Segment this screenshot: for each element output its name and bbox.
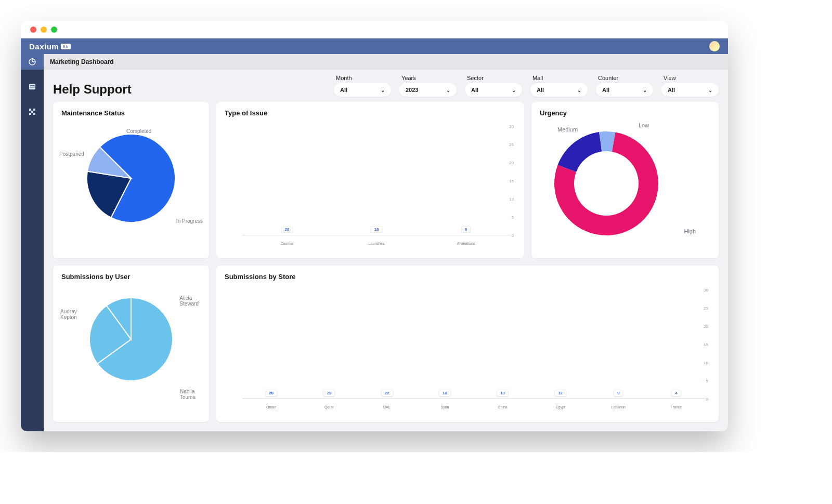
card-type-of-issue: Type of Issue 051015202530 28 Counter 18… <box>216 102 524 258</box>
window-close-button[interactable] <box>30 26 36 33</box>
filter-mall: Mall All ⌄ <box>530 75 588 97</box>
filter-select-month[interactable]: All ⌄ <box>334 83 391 97</box>
legend-alicia: AliciaSteward <box>179 295 199 307</box>
bar-value-label: 12 <box>554 390 566 396</box>
brand-suffix-badge: Air <box>61 44 71 49</box>
bar-value-label: 22 <box>381 390 393 396</box>
filter-years: Years 2023 ⌄ <box>399 75 457 97</box>
bar-value-label: 23 <box>323 390 335 396</box>
pie-chart-icon <box>28 58 36 66</box>
y-tick: 0 <box>706 397 708 402</box>
y-tick: 5 <box>706 379 708 383</box>
nav-item-tables[interactable] <box>21 79 44 95</box>
chevron-down-icon: ⌄ <box>512 87 516 93</box>
bar-value-label: 28 <box>281 226 293 233</box>
svg-rect-6 <box>33 113 35 115</box>
legend-postpaned: Postpaned <box>59 151 84 157</box>
page-title: Help Support <box>53 75 132 97</box>
mac-titlebar <box>21 21 728 38</box>
x-tick-label: France <box>647 405 705 409</box>
x-tick-label: Oman <box>242 405 300 409</box>
user-avatar[interactable] <box>709 41 720 51</box>
legend-nabila: NabilaTouma <box>180 389 196 400</box>
bar-value-label: 8 <box>461 226 471 233</box>
filter-value-view: All <box>668 87 675 93</box>
bar-value-label: 28 <box>265 390 277 396</box>
x-tick-label: Syria <box>416 405 474 409</box>
x-tick-label: China <box>474 405 531 409</box>
chart-submissions-by-store: 051015202530 28 Oman 23 Qatar 22 UAE 16 … <box>225 285 710 415</box>
filter-label-mall: Mall <box>530 75 588 81</box>
svg-rect-3 <box>29 109 31 111</box>
x-tick-label: Lebanon <box>590 405 647 409</box>
y-tick: 5 <box>512 215 514 220</box>
brand-bar: Daxium Air <box>21 38 728 54</box>
chart-submissions-by-user: NabilaTouma AudrayKepton AliciaSteward <box>61 285 201 409</box>
y-tick: 0 <box>512 233 514 238</box>
card-submissions-by-user: Submissions by User NabilaTouma AudrayKe… <box>53 266 209 422</box>
grid-icon <box>28 108 36 116</box>
legend-audray: AudrayKepton <box>60 309 77 320</box>
filter-label-view: View <box>661 75 719 81</box>
filter-bar: Month All ⌄ Years 2023 ⌄ Sector All ⌄ Ma… <box>334 75 719 97</box>
filter-select-view[interactable]: All ⌄ <box>661 83 719 97</box>
card-title: Maintenance Status <box>61 109 201 117</box>
legend-high: High <box>684 228 696 234</box>
chevron-down-icon: ⌄ <box>577 87 581 93</box>
nav-item-dashboards[interactable] <box>21 54 44 70</box>
filter-view: View All ⌄ <box>661 75 719 97</box>
table-icon <box>28 83 36 91</box>
filter-value-sector: All <box>471 87 478 93</box>
x-tick-label: Launches <box>332 242 421 245</box>
chart-urgency: High Medium Low <box>540 121 710 251</box>
filter-month: Month All ⌄ <box>334 75 391 97</box>
nav-item-apps[interactable] <box>21 104 44 120</box>
tab-marketing-dashboard[interactable]: Marketing Dashboard <box>50 58 114 65</box>
x-tick-label: Egypt <box>531 405 589 409</box>
svg-rect-1 <box>30 85 34 86</box>
main-area: Marketing Dashboard Help Support Month A… <box>44 54 728 431</box>
bar-value-label: 13 <box>497 390 509 396</box>
card-title: Submissions by Store <box>225 273 710 281</box>
x-tick-label: UAE <box>358 405 416 409</box>
app-window: Daxium Air Marketing Dashboard He <box>21 21 728 431</box>
x-tick-label: Qatar <box>300 405 358 409</box>
card-title: Submissions by User <box>61 273 201 281</box>
filter-label-counter: Counter <box>596 75 653 81</box>
tab-bar: Marketing Dashboard <box>44 54 728 70</box>
filter-label-sector: Sector <box>465 75 522 81</box>
filter-select-mall[interactable]: All ⌄ <box>530 83 588 97</box>
filter-select-years[interactable]: 2023 ⌄ <box>399 83 457 97</box>
chevron-down-icon: ⌄ <box>381 87 385 93</box>
legend-low: Low <box>639 122 649 128</box>
filter-value-counter: All <box>602 87 609 93</box>
legend-medium: Medium <box>557 126 578 132</box>
filter-value-years: 2023 <box>406 87 418 93</box>
card-urgency: Urgency High Medium Low <box>531 102 719 258</box>
svg-rect-5 <box>29 113 31 115</box>
chevron-down-icon: ⌄ <box>446 87 450 93</box>
filter-label-month: Month <box>334 75 391 81</box>
brand-logo: Daxium Air <box>29 42 71 51</box>
svg-rect-4 <box>33 109 35 111</box>
filter-value-month: All <box>340 87 347 93</box>
filter-counter: Counter All ⌄ <box>596 75 653 97</box>
filter-value-mall: All <box>537 87 544 93</box>
filter-label-years: Years <box>399 75 457 81</box>
chevron-down-icon: ⌄ <box>643 87 647 93</box>
svg-rect-7 <box>31 111 33 113</box>
side-nav <box>21 54 44 431</box>
bar-value-label: 18 <box>371 226 383 233</box>
svg-rect-2 <box>30 87 34 87</box>
filter-select-counter[interactable]: All ⌄ <box>596 83 653 97</box>
x-tick-label: Animations <box>421 242 511 245</box>
bar-value-label: 9 <box>614 390 623 396</box>
window-minimize-button[interactable] <box>41 26 47 33</box>
legend-in-progress: In Progress <box>176 218 203 224</box>
window-zoom-button[interactable] <box>51 26 57 33</box>
bar-value-label: 4 <box>671 390 681 396</box>
bar-value-label: 16 <box>439 390 451 396</box>
card-maintenance-status: Maintenance Status In Progress Postpaned… <box>53 102 209 258</box>
filter-select-sector[interactable]: All ⌄ <box>465 83 522 97</box>
brand-name: Daxium <box>29 42 59 51</box>
